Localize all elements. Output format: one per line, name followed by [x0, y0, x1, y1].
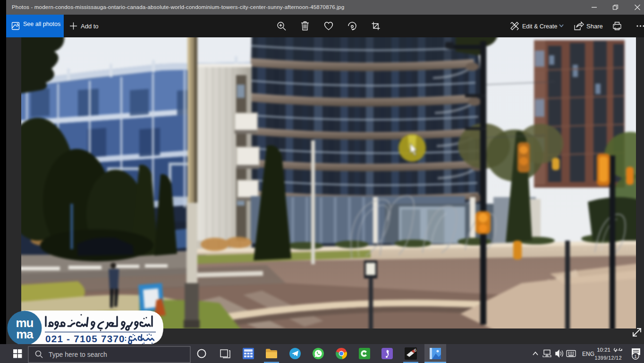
svg-text:10:21: 10:21 — [597, 347, 610, 353]
svg-text:Edit & Create: Edit & Create — [522, 23, 557, 30]
svg-text:See all photos: See all photos — [23, 21, 60, 27]
svg-text:021 - 7105 7370: 021 - 7105 7370 — [45, 333, 125, 344]
svg-text:ENG: ENG — [582, 351, 594, 357]
svg-text:Add to: Add to — [81, 23, 99, 30]
svg-text:ma: ma — [16, 327, 34, 341]
svg-text:Type here to search: Type here to search — [49, 351, 107, 358]
svg-text:1: 1 — [634, 354, 636, 359]
svg-text:1399/12/12: 1399/12/12 — [594, 355, 622, 361]
svg-text:Share: Share — [586, 23, 603, 30]
svg-text:6: 6 — [414, 348, 416, 353]
